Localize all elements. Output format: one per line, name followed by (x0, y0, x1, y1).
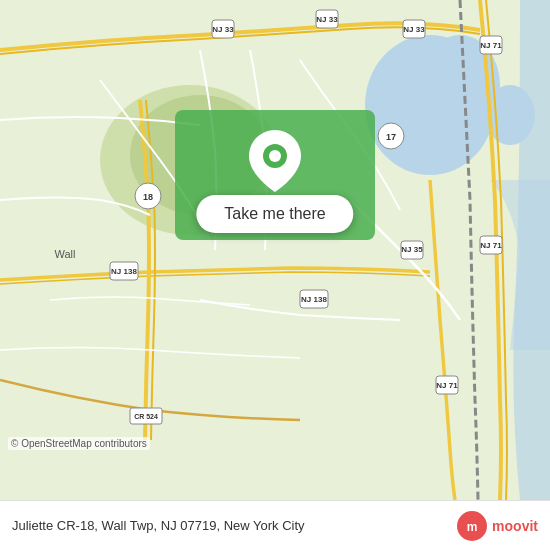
svg-text:NJ 35: NJ 35 (401, 245, 423, 254)
take-me-there-button[interactable]: Take me there (196, 195, 353, 233)
address-text: Juliette CR-18, Wall Twp, NJ 07719, New … (12, 518, 456, 533)
svg-text:NJ 71: NJ 71 (480, 41, 502, 50)
svg-text:Wall: Wall (55, 248, 76, 260)
svg-text:NJ 71: NJ 71 (436, 381, 458, 390)
svg-text:NJ 33: NJ 33 (316, 15, 338, 24)
svg-text:NJ 71: NJ 71 (480, 241, 502, 250)
moovit-text: moovit (492, 518, 538, 534)
svg-text:NJ 33: NJ 33 (403, 25, 425, 34)
footer-bar: Juliette CR-18, Wall Twp, NJ 07719, New … (0, 500, 550, 550)
svg-text:CR 524: CR 524 (134, 413, 158, 420)
svg-text:NJ 138: NJ 138 (301, 295, 327, 304)
moovit-logo: m moovit (456, 510, 538, 542)
svg-text:m: m (467, 520, 478, 534)
map-svg: NJ 33 NJ 33 NJ 33 NJ 71 NJ 71 NJ 71 NJ 3… (0, 0, 550, 500)
osm-credit: © OpenStreetMap contributors (8, 437, 150, 450)
location-pin (249, 130, 301, 192)
svg-text:18: 18 (143, 192, 153, 202)
svg-text:NJ 33: NJ 33 (212, 25, 234, 34)
svg-text:NJ 138: NJ 138 (111, 267, 137, 276)
svg-text:17: 17 (386, 132, 396, 142)
moovit-icon: m (456, 510, 488, 542)
map-container: NJ 33 NJ 33 NJ 33 NJ 71 NJ 71 NJ 71 NJ 3… (0, 0, 550, 500)
svg-point-33 (269, 150, 281, 162)
